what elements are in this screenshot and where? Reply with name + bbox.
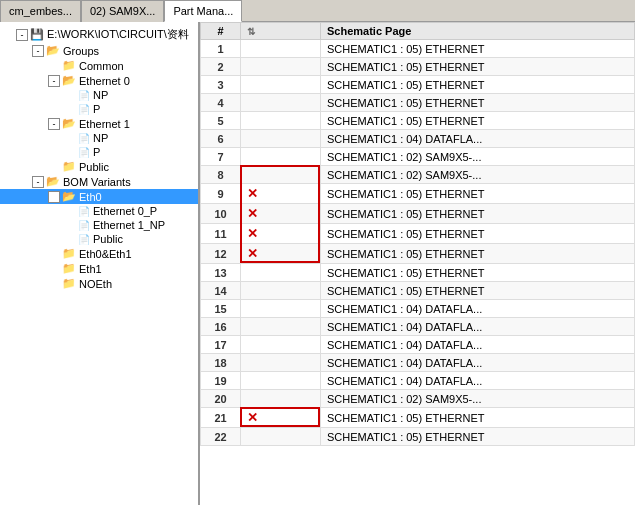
tree-public-label: Public: [79, 161, 109, 173]
tree-eth0-variant-label: Eth0: [79, 191, 102, 203]
cell-schematic: SCHEMATIC1 : 05) ETHERNET: [321, 264, 635, 282]
cell-mark: [241, 76, 321, 94]
table-row[interactable]: 5SCHEMATIC1 : 05) ETHERNET: [201, 112, 635, 130]
tree-root: E:\WORK\IOT\CIRCUIT\资料 Groups Common: [0, 26, 198, 291]
folder-icon-common: [62, 59, 76, 72]
folder-open-icon: [46, 44, 60, 57]
table-row[interactable]: 7SCHEMATIC1 : 02) SAM9X5-...: [201, 148, 635, 166]
tree-ethernet0-label: Ethernet 0: [79, 75, 130, 87]
tree-item-ethernet0-p[interactable]: Ethernet 0_P: [0, 204, 198, 218]
table-row[interactable]: 22SCHEMATIC1 : 05) ETHERNET: [201, 428, 635, 446]
table-row[interactable]: 4SCHEMATIC1 : 05) ETHERNET: [201, 94, 635, 112]
tree-toggle-ethernet0[interactable]: [48, 75, 60, 87]
cell-schematic: SCHEMATIC1 : 02) SAM9X5-...: [321, 148, 635, 166]
item-icon-eth1-np: [78, 132, 90, 144]
table-header-row: # ⇅ Schematic Page: [201, 23, 635, 40]
cell-mark: [241, 40, 321, 58]
tree-item-eth0eth1[interactable]: Eth0&Eth1: [0, 246, 198, 261]
cell-schematic: SCHEMATIC1 : 02) SAM9X5-...: [321, 390, 635, 408]
cell-schematic: SCHEMATIC1 : 04) DATAFLA...: [321, 300, 635, 318]
tree-item-common[interactable]: Common: [0, 58, 198, 73]
col-schematic[interactable]: Schematic Page: [321, 23, 635, 40]
tab-part-manager[interactable]: Part Mana...: [164, 0, 242, 22]
tree-toggle-bom[interactable]: [32, 176, 44, 188]
tab-sam9x[interactable]: 02) SAM9X...: [81, 0, 164, 22]
tree-item-eth1-variant[interactable]: Eth1: [0, 261, 198, 276]
red-x-mark: ✕: [247, 226, 258, 241]
main-container: E:\WORK\IOT\CIRCUIT\资料 Groups Common: [0, 22, 635, 505]
table-row[interactable]: 9✕SCHEMATIC1 : 05) ETHERNET: [201, 184, 635, 204]
tree-toggle-ethernet1[interactable]: [48, 118, 60, 130]
tree-item-eth0-p[interactable]: P: [0, 102, 198, 116]
tree-bom-label: BOM Variants: [63, 176, 131, 188]
table-row[interactable]: 16SCHEMATIC1 : 04) DATAFLA...: [201, 318, 635, 336]
cell-mark: [241, 372, 321, 390]
tree-item-eth0-np[interactable]: NP: [0, 88, 198, 102]
tree-item-eth0-variant[interactable]: Eth0: [0, 189, 198, 204]
tree-item-bom-variants[interactable]: BOM Variants: [0, 174, 198, 189]
cell-number: 16: [201, 318, 241, 336]
cell-schematic: SCHEMATIC1 : 05) ETHERNET: [321, 76, 635, 94]
folder-icon-public: [62, 160, 76, 173]
table-row[interactable]: 18SCHEMATIC1 : 04) DATAFLA...: [201, 354, 635, 372]
tree-item-ethernet0[interactable]: Ethernet 0: [0, 73, 198, 88]
cell-schematic: SCHEMATIC1 : 05) ETHERNET: [321, 282, 635, 300]
table-row[interactable]: 3SCHEMATIC1 : 05) ETHERNET: [201, 76, 635, 94]
table-row[interactable]: 21✕SCHEMATIC1 : 05) ETHERNET: [201, 408, 635, 428]
tree-ethernet1-np-label: Ethernet 1_NP: [93, 219, 165, 231]
table-row[interactable]: 12✕SCHEMATIC1 : 05) ETHERNET: [201, 244, 635, 264]
table-row[interactable]: 14SCHEMATIC1 : 05) ETHERNET: [201, 282, 635, 300]
tree-root-label: E:\WORK\IOT\CIRCUIT\资料: [47, 27, 189, 42]
tree-item-ethernet1[interactable]: Ethernet 1: [0, 116, 198, 131]
table-row[interactable]: 20SCHEMATIC1 : 02) SAM9X5-...: [201, 390, 635, 408]
cell-mark: [241, 318, 321, 336]
tree-panel: E:\WORK\IOT\CIRCUIT\资料 Groups Common: [0, 22, 200, 505]
red-x-mark: ✕: [247, 410, 258, 425]
red-x-mark: ✕: [247, 206, 258, 221]
col-mark[interactable]: ⇅: [241, 23, 321, 40]
tree-toggle-eth0-variant[interactable]: [48, 191, 60, 203]
cell-schematic: SCHEMATIC1 : 04) DATAFLA...: [321, 354, 635, 372]
tree-item-ethernet1-np[interactable]: Ethernet 1_NP: [0, 218, 198, 232]
cell-schematic: SCHEMATIC1 : 05) ETHERNET: [321, 428, 635, 446]
table-row[interactable]: 19SCHEMATIC1 : 04) DATAFLA...: [201, 372, 635, 390]
cell-number: 7: [201, 148, 241, 166]
sort-icon: ⇅: [247, 26, 255, 37]
table-row[interactable]: 10✕SCHEMATIC1 : 05) ETHERNET: [201, 204, 635, 224]
red-x-mark: ✕: [247, 246, 258, 261]
tree-eth1-variant-label: Eth1: [79, 263, 102, 275]
tree-item-public[interactable]: Public: [0, 159, 198, 174]
tree-toggle-root[interactable]: [16, 29, 28, 41]
cell-mark: ✕: [241, 408, 321, 428]
tree-item-root[interactable]: E:\WORK\IOT\CIRCUIT\资料: [0, 26, 198, 43]
tab-cm-embes[interactable]: cm_embes...: [0, 0, 81, 22]
tree-item-noeth[interactable]: NOEth: [0, 276, 198, 291]
table-row[interactable]: 15SCHEMATIC1 : 04) DATAFLA...: [201, 300, 635, 318]
table-row[interactable]: 17SCHEMATIC1 : 04) DATAFLA...: [201, 336, 635, 354]
table-row[interactable]: 1SCHEMATIC1 : 05) ETHERNET: [201, 40, 635, 58]
cell-mark: ✕: [241, 204, 321, 224]
cell-mark: [241, 390, 321, 408]
table-row[interactable]: 13SCHEMATIC1 : 05) ETHERNET: [201, 264, 635, 282]
tree-item-eth1-p[interactable]: P: [0, 145, 198, 159]
cell-schematic: SCHEMATIC1 : 04) DATAFLA...: [321, 130, 635, 148]
cell-schematic: SCHEMATIC1 : 05) ETHERNET: [321, 94, 635, 112]
cell-number: 8: [201, 166, 241, 184]
table-body: 1SCHEMATIC1 : 05) ETHERNET2SCHEMATIC1 : …: [201, 40, 635, 446]
table-row[interactable]: 11✕SCHEMATIC1 : 05) ETHERNET: [201, 224, 635, 244]
cell-mark: [241, 112, 321, 130]
tree-ethernet0-p-label: Ethernet 0_P: [93, 205, 157, 217]
folder-icon-eth1-variant: [62, 262, 76, 275]
table-row[interactable]: 2SCHEMATIC1 : 05) ETHERNET: [201, 58, 635, 76]
table-row[interactable]: 8SCHEMATIC1 : 02) SAM9X5-...: [201, 166, 635, 184]
tree-item-eth1-np[interactable]: NP: [0, 131, 198, 145]
cell-mark: [241, 148, 321, 166]
tree-toggle-groups[interactable]: [32, 45, 44, 57]
cell-schematic: SCHEMATIC1 : 05) ETHERNET: [321, 224, 635, 244]
tree-item-groups[interactable]: Groups: [0, 43, 198, 58]
tree-item-public2[interactable]: Public: [0, 232, 198, 246]
table-panel: # ⇅ Schematic Page 1SCHEMATIC1 : 05) ETH…: [200, 22, 635, 505]
col-number[interactable]: #: [201, 23, 241, 40]
table-row[interactable]: 6SCHEMATIC1 : 04) DATAFLA...: [201, 130, 635, 148]
cell-mark: [241, 130, 321, 148]
